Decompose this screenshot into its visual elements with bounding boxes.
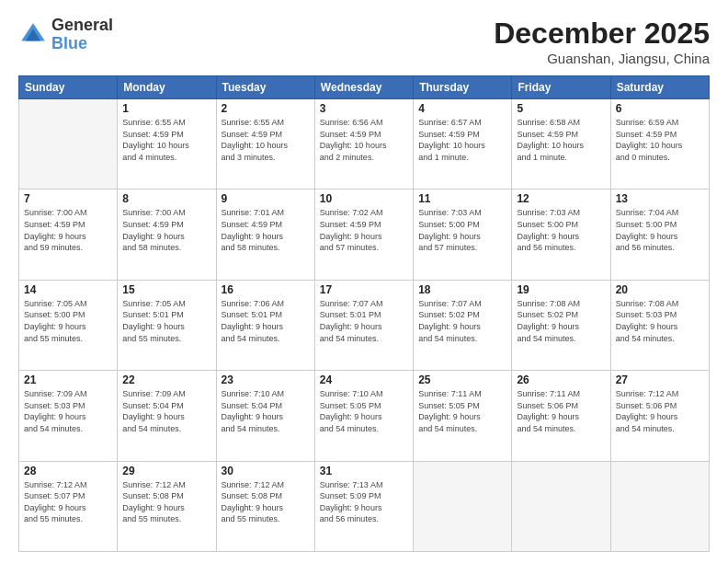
day-info: Sunrise: 7:10 AM Sunset: 5:05 PM Dayligh…: [320, 388, 408, 434]
calendar-cell: [610, 461, 709, 551]
week-row-3: 14Sunrise: 7:05 AM Sunset: 5:00 PM Dayli…: [19, 280, 710, 370]
day-info: Sunrise: 7:13 AM Sunset: 5:09 PM Dayligh…: [320, 479, 408, 525]
calendar-cell: [414, 461, 512, 551]
day-info: Sunrise: 7:05 AM Sunset: 5:01 PM Dayligh…: [122, 298, 210, 344]
location: Guanshan, Jiangsu, China: [494, 51, 710, 66]
day-number: 14: [24, 283, 112, 296]
day-number: 11: [418, 192, 506, 205]
week-row-1: 1Sunrise: 6:55 AM Sunset: 4:59 PM Daylig…: [19, 99, 710, 190]
day-number: 31: [320, 465, 408, 477]
day-info: Sunrise: 6:59 AM Sunset: 4:59 PM Dayligh…: [616, 117, 704, 163]
calendar-cell: 17Sunrise: 7:07 AM Sunset: 5:01 PM Dayli…: [314, 280, 413, 370]
calendar-cell: 7Sunrise: 7:00 AM Sunset: 4:59 PM Daylig…: [19, 190, 118, 280]
calendar-cell: 23Sunrise: 7:10 AM Sunset: 5:04 PM Dayli…: [216, 371, 314, 461]
day-info: Sunrise: 7:07 AM Sunset: 5:01 PM Dayligh…: [320, 298, 408, 344]
logo-text: General Blue: [51, 17, 113, 53]
day-info: Sunrise: 7:05 AM Sunset: 5:00 PM Dayligh…: [24, 298, 112, 344]
day-info: Sunrise: 7:09 AM Sunset: 5:04 PM Dayligh…: [122, 388, 210, 434]
day-number: 22: [122, 373, 210, 386]
day-info: Sunrise: 7:04 AM Sunset: 5:00 PM Dayligh…: [616, 207, 704, 253]
logo-icon: [18, 20, 48, 50]
calendar-cell: 11Sunrise: 7:03 AM Sunset: 5:00 PM Dayli…: [414, 190, 512, 280]
calendar-cell: 19Sunrise: 7:08 AM Sunset: 5:02 PM Dayli…: [512, 280, 610, 370]
calendar-cell: 28Sunrise: 7:12 AM Sunset: 5:07 PM Dayli…: [19, 461, 118, 551]
day-number: 4: [418, 102, 506, 115]
weekday-header-sunday: Sunday: [19, 76, 118, 99]
day-info: Sunrise: 7:11 AM Sunset: 5:05 PM Dayligh…: [418, 388, 506, 434]
calendar-cell: 25Sunrise: 7:11 AM Sunset: 5:05 PM Dayli…: [414, 371, 512, 461]
calendar-cell: 18Sunrise: 7:07 AM Sunset: 5:02 PM Dayli…: [414, 280, 512, 370]
day-info: Sunrise: 6:56 AM Sunset: 4:59 PM Dayligh…: [320, 117, 408, 163]
calendar-cell: 8Sunrise: 7:00 AM Sunset: 4:59 PM Daylig…: [118, 190, 216, 280]
weekday-header-monday: Monday: [118, 76, 216, 99]
day-info: Sunrise: 7:02 AM Sunset: 4:59 PM Dayligh…: [320, 207, 408, 253]
day-number: 17: [320, 283, 408, 296]
day-number: 1: [122, 102, 210, 115]
title-block: December 2025 Guanshan, Jiangsu, China: [494, 17, 710, 66]
calendar-cell: 12Sunrise: 7:03 AM Sunset: 5:00 PM Dayli…: [512, 190, 610, 280]
day-number: 7: [24, 192, 112, 205]
calendar-cell: 27Sunrise: 7:12 AM Sunset: 5:06 PM Dayli…: [610, 371, 709, 461]
day-number: 9: [222, 192, 310, 205]
day-info: Sunrise: 7:03 AM Sunset: 5:00 PM Dayligh…: [418, 207, 506, 253]
day-info: Sunrise: 7:11 AM Sunset: 5:06 PM Dayligh…: [517, 388, 605, 434]
day-number: 23: [222, 373, 310, 386]
day-info: Sunrise: 7:00 AM Sunset: 4:59 PM Dayligh…: [24, 207, 112, 253]
day-info: Sunrise: 7:01 AM Sunset: 4:59 PM Dayligh…: [222, 207, 310, 253]
calendar-cell: 30Sunrise: 7:12 AM Sunset: 5:08 PM Dayli…: [216, 461, 314, 551]
calendar-cell: 9Sunrise: 7:01 AM Sunset: 4:59 PM Daylig…: [216, 190, 314, 280]
day-info: Sunrise: 7:00 AM Sunset: 4:59 PM Dayligh…: [122, 207, 210, 253]
calendar-cell: 21Sunrise: 7:09 AM Sunset: 5:03 PM Dayli…: [19, 371, 118, 461]
calendar-cell: 14Sunrise: 7:05 AM Sunset: 5:00 PM Dayli…: [19, 280, 118, 370]
header: General Blue December 2025 Guanshan, Jia…: [18, 17, 710, 66]
day-number: 5: [517, 102, 605, 115]
day-info: Sunrise: 7:08 AM Sunset: 5:02 PM Dayligh…: [517, 298, 605, 344]
day-number: 25: [418, 373, 506, 386]
day-info: Sunrise: 6:58 AM Sunset: 4:59 PM Dayligh…: [517, 117, 605, 163]
day-number: 3: [320, 102, 408, 115]
day-number: 12: [517, 192, 605, 205]
calendar: SundayMondayTuesdayWednesdayThursdayFrid…: [18, 75, 710, 552]
day-info: Sunrise: 6:55 AM Sunset: 4:59 PM Dayligh…: [122, 117, 210, 163]
day-info: Sunrise: 6:55 AM Sunset: 4:59 PM Dayligh…: [222, 117, 310, 163]
day-number: 20: [616, 283, 704, 296]
day-number: 15: [122, 283, 210, 296]
day-info: Sunrise: 7:12 AM Sunset: 5:08 PM Dayligh…: [122, 479, 210, 525]
month-title: December 2025: [494, 17, 710, 51]
week-row-2: 7Sunrise: 7:00 AM Sunset: 4:59 PM Daylig…: [19, 190, 710, 280]
calendar-cell: 24Sunrise: 7:10 AM Sunset: 5:05 PM Dayli…: [314, 371, 413, 461]
calendar-cell: 2Sunrise: 6:55 AM Sunset: 4:59 PM Daylig…: [216, 99, 314, 190]
day-number: 21: [24, 373, 112, 386]
calendar-cell: 4Sunrise: 6:57 AM Sunset: 4:59 PM Daylig…: [414, 99, 512, 190]
day-info: Sunrise: 7:12 AM Sunset: 5:07 PM Dayligh…: [24, 479, 112, 525]
day-info: Sunrise: 7:10 AM Sunset: 5:04 PM Dayligh…: [222, 388, 310, 434]
week-row-4: 21Sunrise: 7:09 AM Sunset: 5:03 PM Dayli…: [19, 371, 710, 461]
calendar-cell: 15Sunrise: 7:05 AM Sunset: 5:01 PM Dayli…: [118, 280, 216, 370]
day-info: Sunrise: 6:57 AM Sunset: 4:59 PM Dayligh…: [418, 117, 506, 163]
day-info: Sunrise: 7:03 AM Sunset: 5:00 PM Dayligh…: [517, 207, 605, 253]
calendar-cell: [512, 461, 610, 551]
weekday-header-thursday: Thursday: [414, 76, 512, 99]
day-number: 29: [122, 465, 210, 477]
day-number: 30: [222, 465, 310, 477]
calendar-cell: 26Sunrise: 7:11 AM Sunset: 5:06 PM Dayli…: [512, 371, 610, 461]
day-number: 2: [222, 102, 310, 115]
logo-blue: Blue: [51, 35, 113, 53]
day-info: Sunrise: 7:12 AM Sunset: 5:08 PM Dayligh…: [222, 479, 310, 525]
calendar-cell: 5Sunrise: 6:58 AM Sunset: 4:59 PM Daylig…: [512, 99, 610, 190]
day-number: 6: [616, 102, 704, 115]
calendar-cell: [19, 99, 118, 190]
day-number: 27: [616, 373, 704, 386]
weekday-header-row: SundayMondayTuesdayWednesdayThursdayFrid…: [19, 76, 710, 99]
calendar-cell: 22Sunrise: 7:09 AM Sunset: 5:04 PM Dayli…: [118, 371, 216, 461]
calendar-cell: 20Sunrise: 7:08 AM Sunset: 5:03 PM Dayli…: [610, 280, 709, 370]
day-number: 19: [517, 283, 605, 296]
day-number: 10: [320, 192, 408, 205]
day-number: 26: [517, 373, 605, 386]
day-number: 18: [418, 283, 506, 296]
day-number: 24: [320, 373, 408, 386]
day-info: Sunrise: 7:12 AM Sunset: 5:06 PM Dayligh…: [616, 388, 704, 434]
week-row-5: 28Sunrise: 7:12 AM Sunset: 5:07 PM Dayli…: [19, 461, 710, 551]
day-number: 16: [222, 283, 310, 296]
calendar-cell: 10Sunrise: 7:02 AM Sunset: 4:59 PM Dayli…: [314, 190, 413, 280]
